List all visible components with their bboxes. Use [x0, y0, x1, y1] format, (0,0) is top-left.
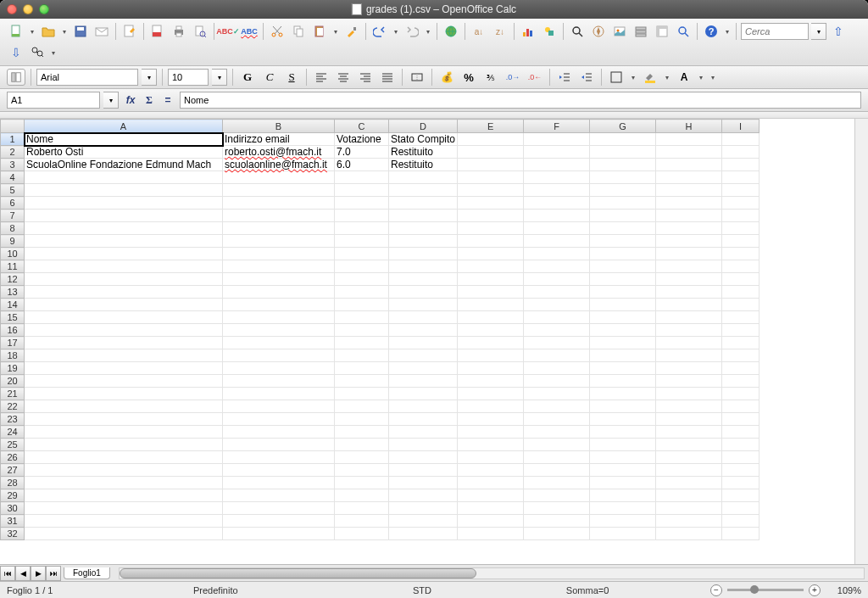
cell[interactable]	[223, 197, 335, 210]
cell[interactable]	[389, 222, 458, 235]
cell[interactable]	[223, 400, 335, 413]
cell[interactable]	[590, 260, 656, 273]
cell[interactable]	[223, 324, 335, 337]
row-header[interactable]: 14	[1, 299, 25, 311]
cell[interactable]	[656, 349, 722, 362]
cell[interactable]	[25, 184, 223, 197]
increase-indent-button[interactable]	[577, 69, 596, 86]
cell[interactable]	[335, 502, 389, 515]
row-header[interactable]: 19	[1, 362, 25, 375]
cell[interactable]	[335, 400, 389, 413]
cell[interactable]	[335, 235, 389, 248]
cell[interactable]	[590, 502, 656, 515]
cell[interactable]: Restituito	[389, 159, 458, 171]
cell[interactable]	[335, 349, 389, 362]
cell[interactable]	[656, 171, 722, 184]
cell[interactable]	[722, 426, 760, 439]
align-right-button[interactable]	[356, 69, 375, 86]
cell[interactable]	[722, 528, 760, 540]
cell[interactable]	[656, 375, 722, 388]
cell[interactable]	[335, 362, 389, 375]
cell[interactable]	[722, 286, 760, 299]
cell[interactable]	[335, 324, 389, 337]
cell[interactable]	[335, 311, 389, 324]
cell[interactable]	[335, 260, 389, 273]
cell[interactable]	[656, 324, 722, 337]
cell[interactable]	[25, 260, 223, 273]
paste-dropdown[interactable]: ▾	[331, 28, 340, 36]
cell[interactable]	[223, 299, 335, 311]
help-button[interactable]: ?	[702, 22, 721, 41]
cell[interactable]	[335, 515, 389, 528]
cell[interactable]	[223, 362, 335, 375]
add-decimal-button[interactable]: .0→	[504, 69, 522, 86]
row-header[interactable]: 9	[1, 235, 25, 248]
cell[interactable]	[590, 197, 656, 210]
close-window-button[interactable]	[7, 4, 17, 14]
cell[interactable]	[722, 299, 760, 311]
zoom-button[interactable]	[674, 22, 693, 41]
cell[interactable]	[389, 515, 458, 528]
cell[interactable]	[590, 439, 656, 451]
cell[interactable]	[656, 413, 722, 426]
cell[interactable]	[25, 362, 223, 375]
cell[interactable]	[590, 235, 656, 248]
undo-button[interactable]	[370, 22, 389, 41]
row-header[interactable]: 20	[1, 375, 25, 388]
cell[interactable]	[458, 400, 524, 413]
cell[interactable]: Restituito	[389, 146, 458, 159]
cell[interactable]	[590, 528, 656, 540]
cell[interactable]	[223, 388, 335, 400]
styles-button[interactable]	[7, 69, 25, 86]
borders-button[interactable]	[607, 69, 626, 86]
cell[interactable]	[223, 489, 335, 502]
cell[interactable]	[389, 171, 458, 184]
cell[interactable]	[335, 337, 389, 349]
cell[interactable]: Stato Compito	[389, 133, 458, 146]
cell[interactable]	[524, 184, 590, 197]
cell[interactable]	[458, 413, 524, 426]
row-header[interactable]: 31	[1, 515, 25, 528]
cell[interactable]	[524, 388, 590, 400]
cell[interactable]	[722, 311, 760, 324]
cell[interactable]	[389, 235, 458, 248]
cut-button[interactable]	[268, 22, 287, 41]
cell[interactable]	[389, 273, 458, 286]
status-insert-mode[interactable]: STD	[380, 585, 465, 595]
cell[interactable]	[590, 311, 656, 324]
cell[interactable]	[458, 235, 524, 248]
cell[interactable]	[335, 528, 389, 540]
cell[interactable]	[458, 171, 524, 184]
headers-button[interactable]	[653, 22, 671, 41]
cell[interactable]	[25, 299, 223, 311]
column-header[interactable]: B	[223, 120, 335, 133]
row-header[interactable]: 5	[1, 184, 25, 197]
cell[interactable]	[524, 171, 590, 184]
find-toolbar-dropdown[interactable]: ▾	[811, 23, 826, 40]
hyperlink-button[interactable]	[442, 22, 460, 41]
print-preview-button[interactable]	[191, 22, 209, 41]
cell[interactable]	[223, 337, 335, 349]
cell[interactable]	[458, 133, 524, 146]
cell[interactable]	[335, 197, 389, 210]
cell[interactable]	[389, 299, 458, 311]
cell[interactable]	[458, 260, 524, 273]
font-name-dropdown[interactable]: ▾	[142, 69, 157, 86]
cell[interactable]: 6.0	[335, 159, 389, 171]
cell[interactable]	[590, 388, 656, 400]
cell[interactable]	[590, 375, 656, 388]
find-prev-button[interactable]: ⇧	[829, 22, 848, 41]
cell[interactable]	[722, 337, 760, 349]
cell[interactable]	[389, 337, 458, 349]
cell[interactable]	[458, 375, 524, 388]
new-doc-dropdown[interactable]: ▾	[28, 28, 36, 36]
cell[interactable]	[722, 248, 760, 260]
cell[interactable]	[389, 362, 458, 375]
column-header[interactable]: C	[335, 120, 389, 133]
cell[interactable]	[335, 286, 389, 299]
cell[interactable]	[25, 311, 223, 324]
cell[interactable]	[656, 439, 722, 451]
cell[interactable]	[656, 426, 722, 439]
cell[interactable]	[458, 184, 524, 197]
cell[interactable]	[722, 464, 760, 477]
